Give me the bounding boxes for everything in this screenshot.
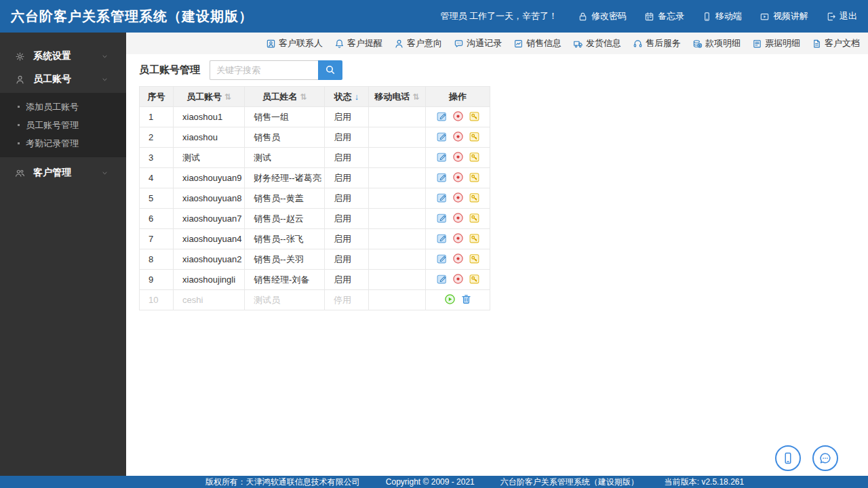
topnav-item[interactable]: 发货信息: [573, 37, 621, 49]
topnav-label: 销售信息: [526, 37, 561, 49]
edit-icon[interactable]: [436, 131, 448, 142]
edit-icon[interactable]: [436, 110, 448, 122]
header-menu-item[interactable]: 视频讲解: [760, 10, 808, 22]
table-row: 2xiaoshou销售员启用: [140, 127, 490, 148]
column-header[interactable]: 状态↓: [325, 87, 369, 107]
key-icon[interactable]: [469, 192, 480, 203]
chevron-down-icon: [101, 53, 108, 60]
name-cell: 销售员: [245, 127, 325, 148]
row-index: 5: [140, 188, 174, 209]
disable-icon[interactable]: [452, 151, 464, 163]
topnav-item[interactable]: 客户提醒: [334, 37, 382, 49]
disable-icon[interactable]: [452, 171, 464, 183]
edit-icon[interactable]: [436, 273, 448, 285]
edit-icon[interactable]: [436, 253, 448, 264]
sort-icon[interactable]: ⇅: [300, 92, 307, 102]
sidebar: 系统设置员工账号添加员工账号员工账号管理考勤记录管理客户管理: [0, 33, 126, 476]
key-icon[interactable]: [469, 151, 480, 163]
name-cell: 销售员--关羽: [245, 249, 325, 270]
key-icon[interactable]: [469, 171, 480, 183]
enable-icon[interactable]: [444, 293, 456, 305]
float-button[interactable]: [775, 445, 801, 471]
name-cell: 销售员--张飞: [245, 229, 325, 249]
edit-icon[interactable]: [436, 151, 448, 163]
key-icon[interactable]: [469, 232, 480, 244]
table-row: 1xiaoshou1销售一组启用: [140, 107, 490, 127]
account-cell: 测试: [174, 148, 245, 168]
actions-cell: [426, 290, 490, 310]
user-greeting: 管理员 工作了一天，辛苦了！: [440, 10, 557, 22]
key-icon[interactable]: [469, 273, 480, 285]
sort-icon[interactable]: ⇅: [224, 92, 231, 102]
sort-icon[interactable]: ⇅: [412, 92, 419, 102]
key-icon[interactable]: [469, 110, 480, 122]
chevron-down-icon: [101, 169, 108, 177]
bullet-icon: [18, 142, 20, 144]
column-header[interactable]: 员工姓名⇅: [245, 87, 325, 107]
topnav-item[interactable]: 销售信息: [513, 37, 561, 49]
key-icon[interactable]: [469, 131, 480, 142]
disable-icon[interactable]: [452, 273, 464, 285]
column-header[interactable]: 移动电话⇅: [369, 87, 426, 107]
actions-cell: [426, 209, 490, 229]
topnav-item[interactable]: 款项明细: [692, 37, 741, 49]
disable-icon[interactable]: [452, 253, 464, 264]
status-cell: 启用: [325, 249, 369, 270]
sidebar-item[interactable]: 系统设置: [0, 45, 126, 68]
disable-icon[interactable]: [452, 131, 464, 142]
disable-icon[interactable]: [452, 110, 464, 122]
topnav-item[interactable]: 客户联系人: [266, 37, 323, 49]
float-button[interactable]: [812, 445, 838, 471]
sidebar-submenu-item[interactable]: 添加员工账号: [0, 98, 126, 116]
disable-icon[interactable]: [452, 212, 464, 224]
name-cell: 测试员: [245, 290, 325, 310]
topnav-item[interactable]: 客户文档: [812, 37, 860, 49]
header-menu-item[interactable]: 修改密码: [578, 10, 627, 22]
delete-icon[interactable]: [460, 293, 472, 305]
header-menu-item[interactable]: 移动端: [702, 10, 742, 22]
table-row: 10ceshi测试员停用: [140, 290, 490, 310]
sidebar-item[interactable]: 员工账号: [0, 68, 126, 91]
edit-icon[interactable]: [436, 232, 448, 244]
topnav-item[interactable]: 售后服务: [633, 37, 681, 49]
row-index: 10: [140, 290, 174, 310]
sales-doc-icon: [513, 39, 524, 49]
account-cell: xiaoshouyuan2: [174, 249, 245, 270]
row-index: 4: [140, 168, 174, 188]
header-menu-item[interactable]: 退出: [826, 10, 857, 22]
action-icons: [436, 110, 480, 122]
column-header[interactable]: 员工账号⇅: [174, 87, 245, 107]
edit-icon[interactable]: [436, 171, 448, 183]
status-cell: 启用: [325, 148, 369, 168]
name-cell: 销售员--黄盖: [245, 188, 325, 209]
search-button[interactable]: [318, 60, 342, 80]
sidebar-submenu-item[interactable]: 员工账号管理: [0, 116, 126, 134]
disable-icon[interactable]: [452, 232, 464, 244]
topnav-item[interactable]: 沟通记录: [454, 37, 502, 49]
employee-table: 序号员工账号⇅员工姓名⇅状态↓移动电话⇅操作 1xiaoshou1销售一组启用2…: [139, 86, 490, 310]
topnav-item[interactable]: 票据明细: [752, 37, 800, 49]
key-icon[interactable]: [469, 212, 480, 224]
status-cell: 停用: [325, 290, 369, 310]
sidebar-submenu-item[interactable]: 考勤记录管理: [0, 134, 126, 152]
search-input[interactable]: [210, 60, 318, 80]
header-menu-item[interactable]: 备忘录: [644, 10, 684, 22]
action-icons: [436, 212, 480, 224]
topnav-item[interactable]: 客户意向: [394, 37, 442, 49]
sort-icon[interactable]: ↓: [355, 92, 359, 102]
submenu-label: 添加员工账号: [26, 101, 79, 113]
account-cell: xiaoshouyuan7: [174, 209, 245, 229]
edit-icon[interactable]: [436, 192, 448, 203]
headset-icon: [633, 39, 643, 49]
footer-copyright: Copyright © 2009 - 2021: [386, 477, 475, 487]
sidebar-item-label: 客户管理: [33, 167, 101, 179]
disable-icon[interactable]: [452, 192, 464, 203]
edit-icon[interactable]: [436, 212, 448, 224]
actions-cell: [426, 107, 490, 127]
account-cell: xiaoshouyuan8: [174, 188, 245, 209]
people-icon: [15, 168, 25, 178]
header-menu-label: 视频讲解: [773, 10, 808, 22]
topnav-label: 客户提醒: [347, 37, 382, 49]
sidebar-item[interactable]: 客户管理: [0, 161, 126, 184]
key-icon[interactable]: [469, 253, 480, 264]
